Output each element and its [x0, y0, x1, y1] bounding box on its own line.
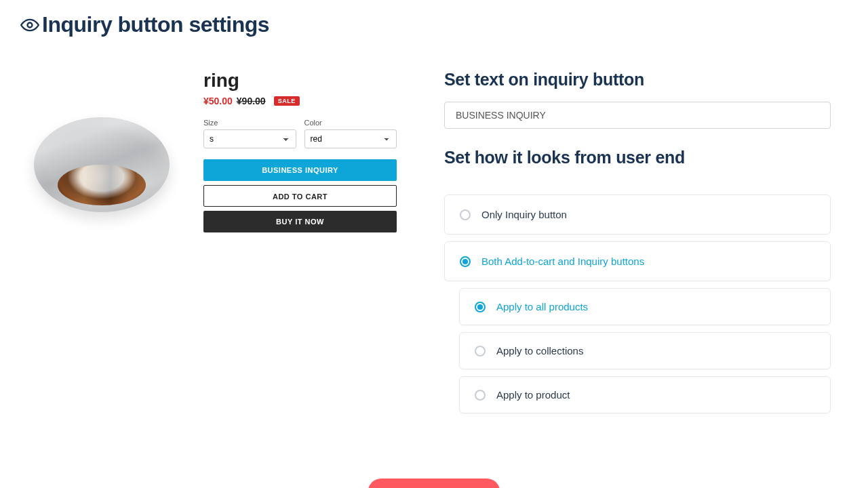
page-title: Inquiry button settings — [42, 12, 269, 37]
color-label: Color — [304, 119, 397, 127]
radio-apply-collections[interactable]: Apply to collections — [459, 332, 831, 369]
size-label: Size — [203, 119, 296, 127]
radio-icon — [475, 346, 486, 357]
size-select[interactable]: s — [203, 129, 296, 148]
product-name: ring — [203, 70, 397, 92]
radio-only-inquiry[interactable]: Only Inquiry button — [444, 195, 831, 235]
price-sale: ¥50.00 — [203, 96, 233, 106]
radio-label: Only Inquiry button — [481, 209, 567, 220]
set-text-section-title: Set text on inquiry button — [444, 70, 831, 89]
product-preview: ring ¥50.00 ¥90.00 SALE Size s Color red — [20, 70, 417, 420]
bottom-action-button[interactable] — [368, 479, 500, 488]
eye-icon — [20, 16, 39, 35]
radio-apply-all-products[interactable]: Apply to all products — [459, 288, 831, 325]
radio-apply-product[interactable]: Apply to product — [459, 376, 831, 413]
price-original: ¥90.00 — [237, 96, 266, 106]
radio-both-buttons[interactable]: Both Add-to-cart and Inquiry buttons — [444, 241, 831, 281]
preview-inquiry-button[interactable]: BUSINESS INQUIRY — [203, 159, 397, 181]
radio-icon — [460, 209, 471, 220]
preview-add-to-cart-button[interactable]: ADD TO CART — [203, 185, 397, 207]
radio-icon — [475, 390, 486, 401]
radio-label: Apply to collections — [496, 345, 583, 357]
radio-icon — [460, 256, 471, 267]
inquiry-text-input[interactable] — [444, 102, 831, 129]
radio-icon — [475, 302, 486, 312]
product-image — [20, 97, 183, 232]
color-select[interactable]: red — [304, 129, 397, 148]
set-look-section-title: Set how it looks from user end — [444, 148, 831, 167]
svg-point-0 — [28, 22, 33, 27]
radio-label: Apply to product — [496, 389, 570, 401]
radio-label: Both Add-to-cart and Inquiry buttons — [481, 256, 644, 267]
preview-buy-now-button[interactable]: BUY IT NOW — [203, 211, 397, 232]
radio-label: Apply to all products — [496, 301, 588, 312]
sale-badge: SALE — [274, 96, 300, 106]
